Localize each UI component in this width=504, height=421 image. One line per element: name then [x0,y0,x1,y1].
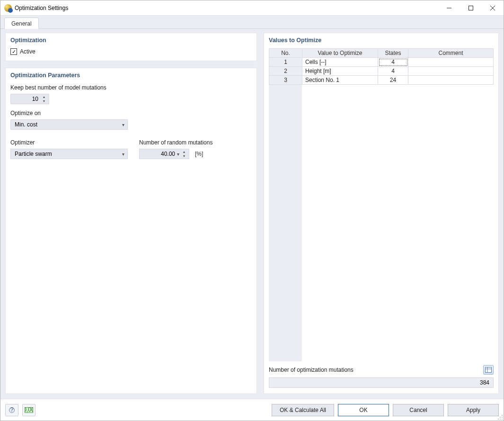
table-row[interactable]: 3 Section No. 1 24 [269,76,494,85]
random-mutations-spinner[interactable]: 40.00 ▾ ▲ ▼ [139,149,189,159]
edit-columns-button[interactable] [483,365,494,375]
titlebar: Optimization Settings [0,0,504,16]
optimize-on-label: Optimize on [10,110,252,116]
optimize-on-combo[interactable]: Min. cost ▾ [10,119,128,130]
optimization-parameters-panel: Optimization Parameters Keep best number… [5,68,257,394]
app-icon [4,4,12,12]
svg-text:0,00: 0,00 [25,407,33,413]
optimizer-value: Particle swarm [15,151,52,157]
table-row[interactable]: 2 Height [m] 4 [269,67,494,76]
table-empty-area [269,85,494,361]
ok-button[interactable]: OK [338,404,389,416]
chevron-up-icon[interactable]: ▲ [181,150,187,154]
optimize-on-value: Min. cost [15,121,37,128]
cancel-button[interactable]: Cancel [393,404,444,416]
tabbar: General [0,16,504,29]
col-states: States [378,49,408,58]
chevron-down-icon: ▾ [122,152,124,157]
chevron-down-icon[interactable]: ▼ [181,154,187,158]
svg-rect-1 [469,6,473,10]
col-comment: Comment [408,49,494,58]
apply-button[interactable]: Apply [448,404,499,416]
chevron-down-icon: ▾ [122,122,124,127]
minimize-button[interactable] [438,0,460,15]
ok-calculate-all-button[interactable]: OK & Calculate All [272,404,334,416]
left-column: Optimization ✓ Active Optimization Param… [5,33,257,394]
random-mutations-value: 40.00 [143,151,177,157]
values-table[interactable]: No. Value to Optimize States Comment 1 C… [269,48,494,85]
optimization-panel: Optimization ✓ Active [5,33,257,61]
tab-general[interactable]: General [4,18,39,29]
table-row[interactable]: 1 Cells [--] 4 [269,58,494,67]
maximize-button[interactable] [460,0,482,15]
help-button[interactable]: ? [5,404,18,416]
right-column: Values to Optimize No. Value to Optimize… [264,33,499,394]
content-frame: Optimization ✓ Active Optimization Param… [0,29,504,399]
resize-grip[interactable] [497,414,503,420]
chevron-up-icon[interactable]: ▲ [41,95,47,99]
values-title: Values to Optimize [269,37,494,44]
table-header-row: No. Value to Optimize States Comment [269,49,494,58]
keep-best-spinner[interactable]: 10 ▲ ▼ [10,94,49,104]
params-title: Optimization Parameters [10,72,252,79]
svg-rect-4 [486,367,492,373]
random-mutations-unit: [%] [195,151,203,157]
active-checkbox[interactable]: ✓ [10,48,17,55]
optimization-title: Optimization [10,37,252,44]
units-button[interactable]: 0,00 [22,404,35,416]
optimizer-label: Optimizer [10,139,128,146]
active-label: Active [20,48,35,55]
close-button[interactable] [482,0,504,15]
opt-mutations-label: Number of optimization mutations [269,367,354,373]
col-no: No. [269,49,302,58]
keep-best-label: Keep best number of model mutations [10,84,252,91]
col-value: Value to Optimize [302,49,378,58]
chevron-down-icon: ▾ [177,152,179,157]
content: Optimization ✓ Active Optimization Param… [5,33,499,394]
footer: ? 0,00 OK & Calculate All OK Cancel Appl… [0,399,504,421]
window: Optimization Settings General Optimizati… [0,0,504,421]
chevron-down-icon[interactable]: ▼ [41,99,47,103]
optimizer-combo[interactable]: Particle swarm ▾ [10,149,128,159]
window-title: Optimization Settings [15,5,68,11]
random-mutations-label: Number of random mutations [139,139,212,146]
values-panel: Values to Optimize No. Value to Optimize… [264,33,499,394]
opt-mutations-value: 384 [269,377,494,388]
svg-text:?: ? [10,407,14,413]
keep-best-value: 10 [15,96,41,102]
